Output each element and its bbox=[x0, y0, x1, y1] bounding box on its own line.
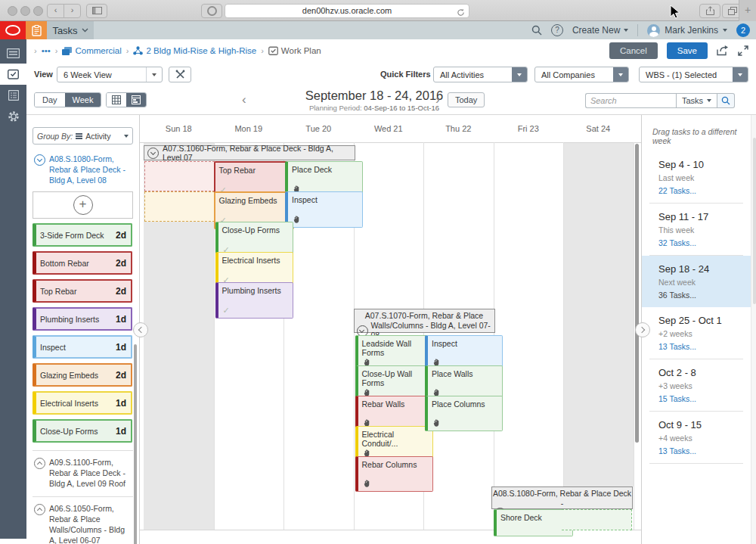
search-scope-select[interactable]: Tasks bbox=[676, 93, 717, 108]
companies-filter-select[interactable]: All Companies bbox=[534, 67, 629, 82]
new-tab-button[interactable]: + bbox=[739, 0, 756, 21]
nav-work-plan-icon[interactable] bbox=[0, 64, 26, 85]
add-task-button[interactable]: + bbox=[33, 191, 133, 219]
task-card[interactable]: 3-Side Form Deck2d bbox=[33, 223, 132, 247]
collapse-left-panel-handle[interactable] bbox=[133, 322, 148, 337]
browser-sidebar-button[interactable] bbox=[86, 4, 107, 18]
user-menu[interactable]: Mark Jenkins bbox=[647, 24, 727, 37]
view-settings-button[interactable] bbox=[169, 67, 191, 82]
week-item[interactable]: Sep 25 - Oct 1 +2 weeks 13 Tasks... bbox=[642, 307, 751, 359]
nav-forms-icon[interactable] bbox=[0, 85, 26, 106]
address-bar[interactable]: den00hzv.us.oracle.com bbox=[225, 4, 469, 18]
activity-group-header[interactable]: A07.S.1060-Form, Rebar & Place Deck - Bl… bbox=[144, 145, 355, 160]
window-close-button[interactable] bbox=[8, 6, 17, 16]
panel-scrollbar[interactable] bbox=[134, 344, 137, 544]
task-card[interactable]: Bottom Rebar2d bbox=[33, 251, 132, 275]
tasks-app-icon[interactable] bbox=[26, 21, 47, 39]
search-icon[interactable] bbox=[531, 25, 542, 36]
app-switcher[interactable]: Tasks bbox=[47, 21, 94, 39]
week-tasks-link[interactable]: 36 Tasks... bbox=[658, 291, 745, 300]
calendar-task-card[interactable]: Plumbing Inserts ✓ bbox=[215, 282, 293, 319]
week-tasks-link[interactable]: 32 Tasks... bbox=[658, 238, 745, 247]
calendar-scrollbar[interactable] bbox=[635, 144, 639, 443]
activities-filter-select[interactable]: All Activities bbox=[433, 67, 528, 82]
wbs-filter-select[interactable]: WBS - (1) Selected bbox=[639, 67, 748, 82]
week-tasks-link[interactable]: 22 Tasks... bbox=[658, 186, 745, 195]
cancel-button[interactable]: Cancel bbox=[609, 42, 658, 59]
collapse-group-icon[interactable] bbox=[147, 148, 159, 159]
help-icon[interactable]: ? bbox=[551, 24, 563, 36]
browser-extension-button[interactable] bbox=[201, 4, 222, 18]
reload-icon[interactable] bbox=[457, 6, 465, 17]
task-span-extension bbox=[144, 191, 215, 222]
task-card[interactable]: Electrical Inserts1d bbox=[33, 391, 132, 415]
browser-share-button[interactable] bbox=[699, 4, 720, 18]
group-by-value: Activity bbox=[85, 132, 110, 141]
week-tasks-link[interactable]: 13 Tasks... bbox=[658, 342, 745, 351]
group-icon bbox=[76, 133, 82, 139]
project-nodes-icon bbox=[133, 46, 143, 55]
calendar-task-card[interactable]: Rebar Columns bbox=[355, 456, 433, 492]
board-view-icon[interactable] bbox=[126, 93, 146, 107]
task-card[interactable]: Top Rebar2d bbox=[33, 279, 132, 303]
save-button[interactable]: Save bbox=[667, 42, 708, 59]
calendar-task-card[interactable]: Place Columns bbox=[425, 396, 503, 431]
activity-group-header[interactable]: A07.S.1070-Form, Rebar & Place Walls/Col… bbox=[354, 309, 495, 333]
task-card[interactable]: Glazing Embeds2d bbox=[33, 363, 132, 387]
task-card[interactable]: Plumbing Inserts1d bbox=[33, 307, 132, 331]
planning-period: Planning Period: 04-Sep-16 to 15-Oct-16 bbox=[276, 104, 472, 112]
create-new-label: Create New bbox=[572, 25, 620, 36]
browser-back-button[interactable]: ‹ bbox=[47, 4, 64, 18]
create-new-menu[interactable]: Create New bbox=[572, 25, 628, 36]
breadcrumb-item-project[interactable]: 2 Bldg Mid-Rise & High-Rise bbox=[133, 46, 256, 55]
nav-workspaces-icon[interactable] bbox=[0, 42, 26, 64]
week-item-selected[interactable]: Sep 18 - 24 Next week 36 Tasks... bbox=[642, 256, 751, 307]
left-nav-rail bbox=[0, 39, 26, 539]
task-card[interactable]: Inspect1d bbox=[33, 335, 132, 359]
notification-badge[interactable]: 2 bbox=[736, 23, 750, 37]
group-by-select[interactable]: Group By: Activity bbox=[33, 127, 133, 145]
view-label: View bbox=[34, 70, 53, 79]
week-item[interactable]: Sep 11 - 17 This week 32 Tasks... bbox=[642, 204, 751, 255]
week-tasks-link[interactable]: 15 Tasks... bbox=[658, 394, 745, 403]
oracle-logo-icon[interactable] bbox=[0, 21, 26, 39]
breadcrumb-item-commercial[interactable]: Commercial bbox=[62, 46, 121, 55]
calendar-task-card[interactable]: Inspect bbox=[285, 191, 363, 228]
fullscreen-icon[interactable] bbox=[738, 45, 748, 56]
breadcrumb-ellipsis[interactable]: ••• bbox=[42, 46, 51, 55]
previous-week-chevron[interactable]: ‹ bbox=[242, 92, 246, 107]
window-minimize-button[interactable] bbox=[20, 6, 30, 16]
day-header: Tue 20 bbox=[284, 115, 354, 142]
search-button[interactable] bbox=[717, 93, 735, 108]
view-select[interactable]: 6 Week View bbox=[57, 67, 163, 82]
breadcrumb: › ••• › Commercial › 2 Bldg Mid-Rise & H… bbox=[34, 46, 321, 55]
week-item[interactable]: Oct 2 - 8 +3 weeks 15 Tasks... bbox=[642, 359, 751, 411]
active-activity-link[interactable]: A08.S.1080-Form, Rebar & Place Deck - Bl… bbox=[34, 154, 133, 185]
activity-group-header[interactable]: A08.S.1080-Form, Rebar & Place Deck - Bl… bbox=[491, 486, 633, 509]
today-button[interactable]: Today bbox=[448, 92, 485, 107]
breadcrumb-item-work-plan: Work Plan bbox=[268, 46, 321, 55]
window-zoom-button[interactable] bbox=[33, 6, 43, 16]
chevron-down-icon bbox=[613, 67, 628, 82]
page-scrollbar[interactable] bbox=[751, 115, 756, 544]
share-icon[interactable] bbox=[717, 45, 729, 56]
next-week-chevron[interactable]: › bbox=[435, 92, 440, 107]
expand-activity-icon[interactable] bbox=[34, 458, 45, 469]
day-toggle[interactable]: Day bbox=[35, 93, 65, 107]
collapsed-activity-link[interactable]: A09.S.1100-Form, Rebar & Place Deck - Bl… bbox=[34, 457, 133, 489]
week-item[interactable]: Oct 9 - 15 +4 weeks 13 Tasks... bbox=[642, 412, 751, 463]
divider bbox=[649, 463, 743, 464]
task-card[interactable]: Close-Up Forms1d bbox=[33, 419, 132, 443]
collapsed-activity-link[interactable]: A06.S.1050-Form, Rebar & Place Walls/Col… bbox=[34, 503, 133, 544]
browser-forward-button[interactable]: › bbox=[64, 4, 81, 18]
week-tasks-link[interactable]: 13 Tasks... bbox=[658, 446, 745, 455]
search-input[interactable] bbox=[585, 93, 676, 108]
chevron-down-icon bbox=[733, 67, 748, 82]
week-toggle[interactable]: Week bbox=[65, 93, 101, 107]
week-item[interactable]: Sep 4 - 10 Last week 22 Tasks... bbox=[642, 151, 751, 203]
grid-view-icon[interactable] bbox=[107, 93, 126, 107]
committed-hand-icon bbox=[363, 480, 371, 488]
nav-settings-gear-icon[interactable] bbox=[0, 106, 26, 127]
expand-activity-icon[interactable] bbox=[34, 504, 45, 515]
collapse-activity-icon[interactable] bbox=[34, 154, 45, 166]
